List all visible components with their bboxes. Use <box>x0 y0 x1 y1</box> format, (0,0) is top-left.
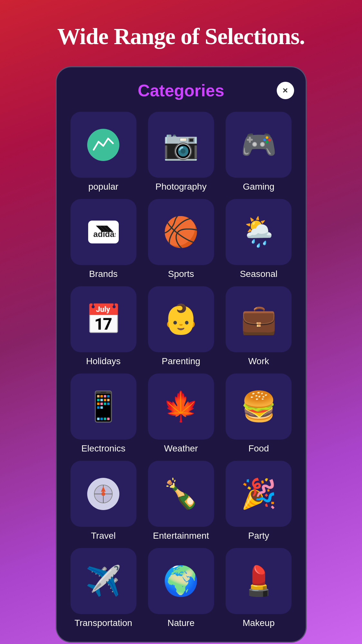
makeup-icon: 💄 <box>241 564 277 598</box>
category-icon-box-makeup: 💄 <box>226 548 292 614</box>
category-label-travel: Travel <box>91 531 116 541</box>
category-item-parenting[interactable]: 👶 Parenting <box>146 286 216 366</box>
category-label-work: Work <box>248 356 269 366</box>
category-icon-box-travel <box>70 461 136 527</box>
category-item-transportation[interactable]: ✈️ Transportation <box>68 548 139 628</box>
category-item-brands[interactable]: adidas Brands <box>68 199 139 279</box>
entertainment-icon: 🍾 <box>163 477 199 511</box>
category-item-work[interactable]: 💼 Work <box>223 286 294 366</box>
weather-icon: 🍁 <box>163 390 199 423</box>
close-button[interactable]: × <box>277 82 294 99</box>
modal-header: Categories × <box>68 81 294 100</box>
category-label-entertainment: Entertainment <box>153 531 209 541</box>
category-icon-box-popular <box>70 112 136 178</box>
category-label-nature: Nature <box>167 618 194 628</box>
party-icon: 🎉 <box>241 477 277 511</box>
modal-title: Categories <box>138 81 224 100</box>
category-label-seasonal: Seasonal <box>240 269 277 279</box>
work-icon: 💼 <box>241 302 277 336</box>
category-item-photography[interactable]: 📷 Photography <box>146 112 216 192</box>
category-label-gaming: Gaming <box>243 182 274 192</box>
category-label-transportation: Transportation <box>74 618 132 628</box>
category-label-weather: Weather <box>164 443 198 454</box>
seasonal-icon: 🌦️ <box>241 215 277 249</box>
categories-grid: popular 📷 Photography 🎮 Gaming adidas <box>68 112 294 628</box>
svg-point-9 <box>101 492 105 496</box>
category-icon-box-transportation: ✈️ <box>70 548 136 614</box>
transportation-icon: ✈️ <box>85 564 121 598</box>
holidays-icon: 📅 <box>85 302 121 336</box>
category-item-sports[interactable]: 🏀 Sports <box>146 199 216 279</box>
category-label-food: Food <box>248 443 269 454</box>
category-item-popular[interactable]: popular <box>68 112 139 192</box>
category-icon-box-parenting: 👶 <box>148 286 214 352</box>
popular-icon <box>87 129 119 161</box>
sports-icon: 🏀 <box>163 215 199 249</box>
nature-icon: 🌍 <box>163 564 199 598</box>
category-item-travel[interactable]: Travel <box>68 461 139 541</box>
electronics-icon: 📱 <box>85 390 121 423</box>
category-icon-box-electronics: 📱 <box>70 374 136 440</box>
category-icon-box-brands: adidas <box>70 199 136 265</box>
category-label-holidays: Holidays <box>86 356 120 366</box>
category-icon-box-food: 🍔 <box>226 374 292 440</box>
parenting-icon: 👶 <box>163 302 199 336</box>
category-label-sports: Sports <box>168 269 194 279</box>
category-label-party: Party <box>248 531 269 541</box>
category-item-weather[interactable]: 🍁 Weather <box>146 374 216 454</box>
category-icon-box-holidays: 📅 <box>70 286 136 352</box>
category-icon-box-gaming: 🎮 <box>226 112 292 178</box>
category-label-brands: Brands <box>89 269 118 279</box>
category-item-makeup[interactable]: 💄 Makeup <box>223 548 294 628</box>
category-label-photography: Photography <box>155 182 207 192</box>
category-item-party[interactable]: 🎉 Party <box>223 461 294 541</box>
category-item-entertainment[interactable]: 🍾 Entertainment <box>146 461 216 541</box>
categories-modal: Categories × popular 📷 Photography <box>56 66 307 643</box>
page-title: Wide Range of Selections. <box>57 23 305 50</box>
category-icon-box-weather: 🍁 <box>148 374 214 440</box>
travel-icon <box>87 478 119 510</box>
category-icon-box-party: 🎉 <box>226 461 292 527</box>
category-icon-box-entertainment: 🍾 <box>148 461 214 527</box>
category-label-makeup: Makeup <box>243 618 275 628</box>
photography-icon: 📷 <box>163 128 199 162</box>
category-icon-box-nature: 🌍 <box>148 548 214 614</box>
food-icon: 🍔 <box>241 390 277 423</box>
category-item-food[interactable]: 🍔 Food <box>223 374 294 454</box>
category-item-holidays[interactable]: 📅 Holidays <box>68 286 139 366</box>
category-item-electronics[interactable]: 📱 Electronics <box>68 374 139 454</box>
gaming-icon: 🎮 <box>241 128 277 162</box>
category-icon-box-sports: 🏀 <box>148 199 214 265</box>
category-label-electronics: Electronics <box>81 443 125 454</box>
category-label-parenting: Parenting <box>162 356 200 366</box>
category-item-nature[interactable]: 🌍 Nature <box>146 548 216 628</box>
category-item-gaming[interactable]: 🎮 Gaming <box>223 112 294 192</box>
category-label-popular: popular <box>88 182 118 192</box>
brands-icon: adidas <box>88 221 119 243</box>
category-icon-box-photography: 📷 <box>148 112 214 178</box>
category-icon-box-seasonal: 🌦️ <box>226 199 292 265</box>
category-item-seasonal[interactable]: 🌦️ Seasonal <box>223 199 294 279</box>
category-icon-box-work: 💼 <box>226 286 292 352</box>
